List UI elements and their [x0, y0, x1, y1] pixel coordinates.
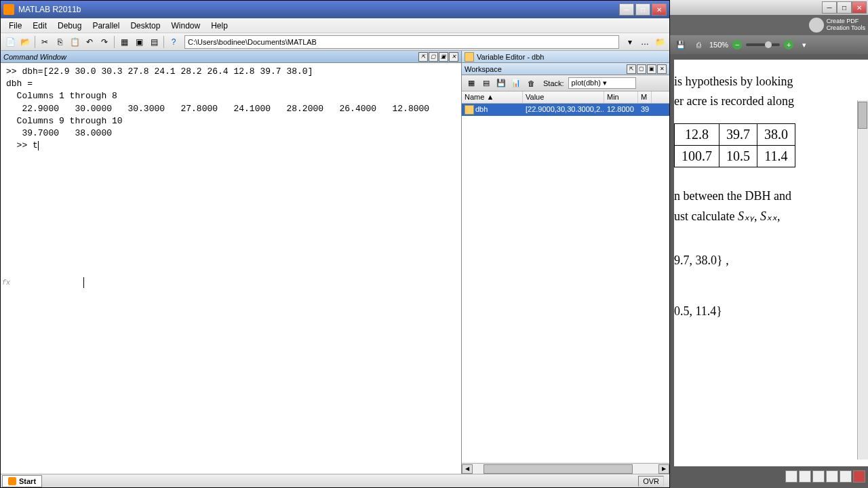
pdf-create-icon[interactable]	[809, 18, 824, 33]
pdf-vertical-scrollbar[interactable]	[857, 100, 868, 460]
col-value-header[interactable]: Value	[523, 92, 604, 103]
variable-editor-title: Variable Editor - dbh	[477, 53, 667, 61]
pdf-maximize-button[interactable]: □	[837, 1, 852, 14]
pdf-text-line: ust calculate Sₓᵧ, Sₓₓ,	[674, 208, 865, 225]
pdf-text-line: er acre is recorded along	[674, 93, 865, 110]
matlab-titlebar[interactable]: MATLAB R2011b ─ □ ✕	[1, 1, 669, 18]
copy-icon[interactable]: ⎘	[53, 35, 66, 49]
pdf-create-label[interactable]: Create PDF Creation Tools	[827, 18, 865, 32]
command-window-panel: Command Window ⇱ ▢ ▣ ✕ >> dbh=[22.9 30.0…	[1, 51, 462, 474]
maximize-panel-icon[interactable]: ▣	[647, 64, 656, 74]
scroll-thumb[interactable]	[484, 464, 633, 474]
menu-window[interactable]: Window	[165, 20, 205, 32]
save-workspace-icon[interactable]: 💾	[494, 77, 508, 90]
workspace-variable-row[interactable]: dbh [22.9000,30,30.3000,2... 12.8000 39	[462, 104, 669, 116]
paste-icon[interactable]: 📋	[68, 35, 81, 49]
matlab-statusbar: Start OVR	[1, 474, 669, 487]
workspace-horizontal-scrollbar[interactable]: ◀ ▶	[462, 463, 669, 474]
redo-icon[interactable]: ↷	[98, 35, 111, 49]
import-data-icon[interactable]: ▤	[479, 77, 493, 90]
browse-folder-icon[interactable]: …	[638, 35, 652, 49]
command-window-title: Command Window	[3, 53, 418, 61]
pdf-view-toolbar: 💾 ⎙ 150% − + ▾	[670, 35, 868, 54]
menu-file[interactable]: File	[3, 20, 27, 32]
close-panel-icon[interactable]: ✕	[449, 52, 458, 62]
zoom-level[interactable]: 150%	[709, 41, 728, 49]
pdf-view-icon[interactable]	[799, 470, 811, 483]
zoom-out-icon[interactable]: −	[732, 40, 742, 49]
maximize-panel-icon[interactable]: ▣	[439, 52, 448, 62]
help-icon[interactable]: ?	[167, 35, 180, 49]
menu-debug[interactable]: Debug	[52, 20, 87, 32]
workspace-table[interactable]: Name ▲ Value Min M dbh [22.9000,30,30.30…	[462, 92, 669, 463]
matlab-start-icon	[8, 477, 16, 485]
pdf-view-mode-icons	[785, 470, 865, 483]
zoom-slider[interactable]	[746, 43, 780, 46]
pdf-page-content: is hypothesis by looking er acre is reco…	[674, 60, 868, 466]
matlab-app-icon	[3, 4, 14, 15]
col-max-header[interactable]: M	[638, 92, 652, 103]
path-dropdown-icon[interactable]: ▾	[623, 35, 637, 49]
stack-label: Stack:	[543, 79, 564, 87]
print-icon[interactable]: ⎙	[692, 38, 705, 52]
save-icon[interactable]: 💾	[674, 38, 688, 52]
fx-icon[interactable]: fx	[2, 279, 10, 288]
guide-icon[interactable]: ▣	[132, 35, 146, 49]
dock-icon[interactable]: ⇱	[627, 64, 636, 74]
pdf-options-icon[interactable]: ▾	[797, 38, 811, 52]
menu-edit[interactable]: Edit	[27, 20, 52, 32]
pdf-view-icon[interactable]	[840, 470, 852, 483]
pdf-view-icon[interactable]	[826, 470, 838, 483]
table-row: 100.710.511.4	[675, 146, 795, 167]
menu-desktop[interactable]: Desktop	[125, 20, 165, 32]
delete-icon[interactable]: 🗑	[524, 77, 538, 90]
simulink-icon[interactable]: ▦	[117, 35, 131, 49]
current-folder-input[interactable]: C:\Users\bodinee\Documents\MATLAB	[184, 35, 619, 49]
pdf-text-line: 9.7, 38.0} ,	[674, 252, 865, 269]
variable-editor-header[interactable]: Variable Editor - dbh	[462, 51, 669, 63]
close-button[interactable]: ✕	[652, 3, 667, 16]
pdf-view-icon[interactable]	[785, 470, 797, 483]
menu-parallel[interactable]: Parallel	[87, 20, 125, 32]
pdf-view-icon[interactable]	[853, 470, 865, 483]
variable-icon	[465, 52, 474, 62]
undo-icon[interactable]: ↶	[83, 35, 96, 49]
dock-icon[interactable]: ⇱	[418, 52, 428, 62]
parent-folder-icon[interactable]: 📁	[653, 35, 667, 49]
new-variable-icon[interactable]: ▦	[465, 77, 478, 90]
plot-icon[interactable]: 📊	[509, 77, 523, 90]
pdf-text-line: 0.5, 11.4}	[674, 303, 865, 320]
open-file-icon[interactable]: 📂	[18, 35, 32, 49]
pdf-reader-window: ─ □ ✕ Create PDF Creation Tools 💾 ⎙ 150%…	[670, 0, 868, 488]
pdf-minimize-button[interactable]: ─	[822, 1, 837, 14]
stack-select[interactable]: plot(dbh) ▾	[568, 77, 636, 89]
minimize-panel-icon[interactable]: ▢	[637, 64, 646, 74]
scroll-right-icon[interactable]: ▶	[658, 464, 669, 474]
table-row: 12.839.738.0	[675, 124, 795, 146]
workspace-header[interactable]: Workspace ⇱ ▢ ▣ ✕	[462, 63, 669, 75]
pdf-close-button[interactable]: ✕	[852, 1, 867, 14]
col-name-header[interactable]: Name ▲	[462, 92, 523, 103]
minimize-button[interactable]: ─	[619, 3, 634, 16]
profiler-icon[interactable]: ▤	[147, 35, 161, 49]
ovr-status: OVR	[638, 476, 664, 487]
variable-icon	[465, 105, 474, 115]
zoom-in-icon[interactable]: +	[784, 40, 793, 49]
start-button[interactable]: Start	[2, 475, 42, 487]
command-window-header[interactable]: Command Window ⇱ ▢ ▣ ✕	[1, 51, 461, 63]
menu-help[interactable]: Help	[205, 20, 233, 32]
matlab-toolbar: 📄 📂 ✂ ⎘ 📋 ↶ ↷ ▦ ▣ ▤ ? C:\Users\bodinee\D…	[1, 33, 669, 51]
col-min-header[interactable]: Min	[604, 92, 638, 103]
maximize-button[interactable]: □	[635, 3, 650, 16]
pdf-view-icon[interactable]	[812, 470, 825, 483]
cut-icon[interactable]: ✂	[38, 35, 52, 49]
pdf-top-toolbar: Create PDF Creation Tools	[670, 15, 868, 35]
pdf-text-line: n between the DBH and	[674, 188, 865, 205]
pdf-titlebar: ─ □ ✕	[670, 0, 868, 15]
scroll-left-icon[interactable]: ◀	[462, 464, 473, 474]
new-file-icon[interactable]: 📄	[3, 35, 17, 49]
close-panel-icon[interactable]: ✕	[657, 64, 667, 74]
command-window-content[interactable]: >> dbh=[22.9 30.0 30.3 27.8 24.1 28.2 26…	[1, 63, 461, 474]
workspace-table-header[interactable]: Name ▲ Value Min M	[462, 92, 669, 104]
minimize-panel-icon[interactable]: ▢	[429, 52, 438, 62]
